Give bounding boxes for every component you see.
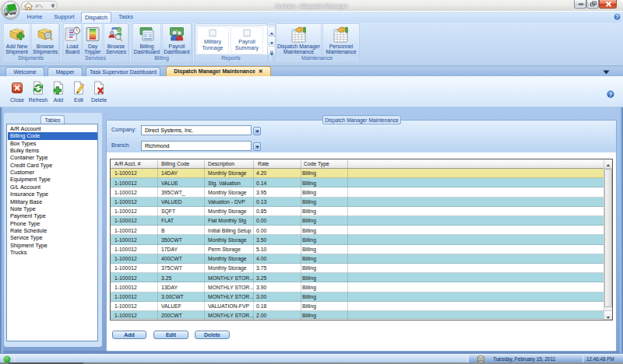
svg-text:?: ?	[609, 91, 613, 98]
svg-text:?: ?	[615, 14, 618, 19]
